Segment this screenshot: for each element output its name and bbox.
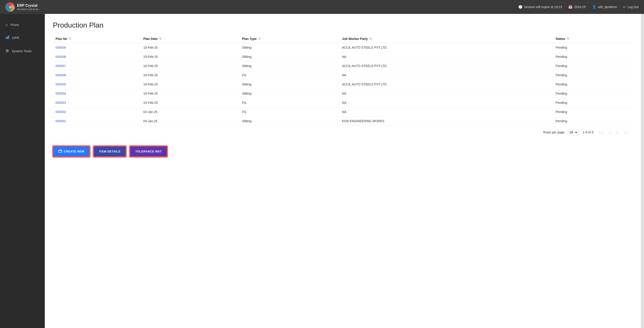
rows-per-page-label: Rows per page:: [543, 131, 565, 134]
cell-plan-no[interactable]: 000006: [53, 71, 141, 80]
logout-label: Log Out: [628, 5, 638, 9]
tolerance-mst-label: TOLERANCE MST: [135, 150, 162, 153]
session-info: 🕐 Session will expire at 18:23: [518, 5, 562, 9]
table-row: 00000203-Jan-25FGNAPending: [53, 107, 632, 117]
rows-per-page: Rows per page: 10 25 50: [543, 129, 578, 135]
cell-status: Pending: [553, 71, 632, 80]
svg-rect-3: [7, 36, 8, 39]
sidebar-item-prism[interactable]: ⌂ Prism: [0, 18, 45, 31]
cell-job-worker-party: NA: [339, 89, 553, 98]
cell-plan-date: 10-Feb-25: [141, 71, 240, 80]
next-page-button[interactable]: ▷: [615, 130, 620, 135]
cell-plan-no[interactable]: 000007: [53, 62, 141, 71]
cell-plan-no[interactable]: 000004: [53, 89, 141, 98]
filter-icon-status[interactable]: ▽: [567, 37, 569, 40]
create-new-button[interactable]: CREATE NEW: [53, 146, 90, 157]
table-row: 00000410-Feb-25SlittingNAPending: [53, 89, 632, 98]
item-details-button[interactable]: ITEM DETAILS: [94, 146, 126, 157]
year-info: 📅 2024-25: [568, 5, 586, 9]
home-icon: ⌂: [6, 23, 8, 27]
cell-plan-date: 10-Feb-25: [141, 43, 240, 52]
tolerance-mst-button[interactable]: TOLERANCE MST: [130, 146, 167, 157]
logo-icon: E: [6, 2, 15, 12]
scrollbar[interactable]: [641, 14, 644, 328]
logo-title: ERP Crystal: [17, 3, 40, 8]
cell-plan-type: Slitting: [239, 80, 339, 89]
sidebar-item-system-tools[interactable]: ⚙ System Tools: [0, 44, 45, 57]
header-right: 🕐 Session will expire at 18:23 📅 2024-25…: [518, 5, 639, 9]
cell-plan-no[interactable]: 000008: [53, 52, 141, 62]
col-job-worker-party: Job Worker Party ▽: [339, 35, 553, 43]
calendar-icon: 📅: [568, 5, 572, 9]
cell-plan-type: Slitting: [239, 52, 339, 62]
sidebar-item-label-system-tools: System Tools: [12, 49, 32, 53]
table-row: 00000310-Feb-25FGNAPending: [53, 98, 632, 107]
cell-job-worker-party: ACCIL AUTO STEELS PVT.LTD.: [339, 62, 553, 71]
table-row: 00000910-Feb-25SlittingACCIL AUTO STEELS…: [53, 43, 632, 52]
cell-status: Pending: [553, 52, 632, 62]
cell-plan-type: Slitting: [239, 89, 339, 98]
col-plan-type: Plan Type ▽: [239, 35, 339, 43]
cell-job-worker-party: ACCIL AUTO STEELS PVT.LTD.: [339, 80, 553, 89]
page-info: 1-9 of 9: [582, 131, 593, 134]
table-row: 00000103-Jan-25SlittingKGN ENGINEERING W…: [53, 117, 632, 126]
table-body: 00000910-Feb-25SlittingACCIL AUTO STEELS…: [53, 43, 632, 126]
cell-plan-type: FG: [239, 107, 339, 117]
first-page-button[interactable]: |◁: [598, 130, 604, 135]
cell-status: Pending: [553, 107, 632, 117]
filter-icon-plan-type[interactable]: ▽: [258, 37, 260, 40]
cell-status: Pending: [553, 98, 632, 107]
table-header-row: Plan No ▽ Plan Date ▽ Plan Type ▽: [53, 35, 632, 43]
prev-page-button[interactable]: ◁: [607, 130, 612, 135]
sidebar-item-label-prism: Prism: [10, 23, 19, 27]
cell-plan-no[interactable]: 000005: [53, 80, 141, 89]
cell-plan-date: 10-Feb-25: [141, 98, 240, 107]
bottom-buttons: CREATE NEW ITEM DETAILS TOLERANCE MST: [53, 144, 632, 157]
sidebar-item-dpr[interactable]: DPR: [0, 31, 45, 44]
cell-status: Pending: [553, 117, 632, 126]
cell-plan-no[interactable]: 000002: [53, 107, 141, 117]
cell-job-worker-party: NA: [339, 98, 553, 107]
cell-plan-type: FG: [239, 98, 339, 107]
user-label: udit_dprdemo: [598, 5, 617, 9]
col-status: Status ▽: [553, 35, 632, 43]
main-content: Production Plan Plan No ▽ Plan Date ▽: [45, 14, 641, 328]
cell-plan-date: 10-Feb-25: [141, 80, 240, 89]
cell-plan-date: 03-Jan-25: [141, 107, 240, 117]
gear-icon: ⚙: [6, 49, 9, 53]
cell-plan-type: Slitting: [239, 117, 339, 126]
header: E ERP Crystal the best is yet to be.. 🕐 …: [0, 0, 644, 14]
app-body: ⌂ Prism DPR ⚙ System Tools Production Pl…: [0, 14, 644, 328]
logout-button[interactable]: ↩ Log Out: [623, 5, 638, 9]
cell-plan-date: 10-Feb-25: [141, 89, 240, 98]
cell-plan-no[interactable]: 000003: [53, 98, 141, 107]
filter-icon-plan-date[interactable]: ▽: [159, 37, 161, 40]
cell-status: Pending: [553, 89, 632, 98]
col-plan-no: Plan No ▽: [53, 35, 141, 43]
cell-plan-no[interactable]: 000009: [53, 43, 141, 52]
filter-icon-plan-no[interactable]: ▽: [69, 37, 71, 40]
logo-text: ERP Crystal the best is yet to be..: [17, 3, 40, 10]
cell-plan-no[interactable]: 000001: [53, 117, 141, 126]
cell-plan-type: Slitting: [239, 43, 339, 52]
cell-plan-date: 10-Feb-25: [141, 52, 240, 62]
user-info: 👤 udit_dprdemo: [592, 5, 617, 9]
logout-icon: ↩: [623, 5, 626, 9]
create-new-label: CREATE NEW: [64, 150, 84, 153]
cell-status: Pending: [553, 80, 632, 89]
cell-job-worker-party: NA: [339, 107, 553, 117]
filter-icon-job-worker[interactable]: ▽: [370, 37, 372, 40]
rows-per-page-select[interactable]: 10 25 50: [567, 129, 578, 135]
last-page-button[interactable]: ▷|: [623, 130, 629, 135]
cell-job-worker-party: NA: [339, 52, 553, 62]
sidebar: ⌂ Prism DPR ⚙ System Tools: [0, 14, 45, 328]
table-row: 00000710-Feb-25SlittingACCIL AUTO STEELS…: [53, 62, 632, 71]
table-row: 00000610-Feb-25FGNAPending: [53, 71, 632, 80]
cell-status: Pending: [553, 43, 632, 52]
page-title: Production Plan: [53, 21, 632, 29]
cell-plan-date: 10-Feb-25: [141, 62, 240, 71]
clock-icon: 🕐: [518, 5, 522, 9]
table-row: 00000510-Feb-25SlittingACCIL AUTO STEELS…: [53, 80, 632, 89]
col-plan-date: Plan Date ▽: [141, 35, 240, 43]
cell-job-worker-party: ACCIL AUTO STEELS PVT.LTD.: [339, 43, 553, 52]
